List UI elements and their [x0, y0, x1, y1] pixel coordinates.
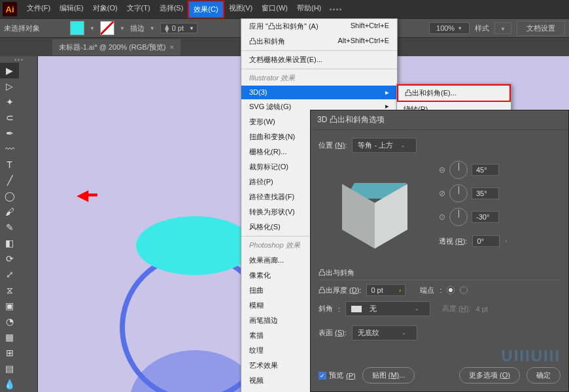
height-label: 高度 (H): — [442, 304, 470, 314]
perspective-tool[interactable]: ▦ — [0, 329, 19, 345]
position-label: 位置 (N): — [319, 140, 347, 150]
rotation-x-dial[interactable] — [449, 161, 468, 179]
menu-item[interactable]: 视图(V) — [224, 1, 258, 18]
style-label: 样式 — [475, 24, 489, 33]
pen-tool[interactable]: ✒ — [0, 125, 19, 141]
menu-section-header: Illustrator 效果 — [241, 71, 397, 86]
panel-grip-icon[interactable] — [0, 56, 37, 63]
surface-dropdown[interactable]: 无底纹⌄ — [352, 325, 417, 340]
shape-builder-tool[interactable]: ◔ — [0, 314, 19, 329]
preview-checkbox[interactable]: ✓预览 (P) — [319, 370, 356, 380]
chevron-down-icon[interactable]: ▼ — [120, 25, 125, 31]
cap-label: 端点 — [420, 286, 434, 295]
eraser-tool[interactable]: ◧ — [0, 235, 19, 251]
menu-item[interactable]: 窗口(W) — [257, 1, 292, 18]
close-icon[interactable]: × — [169, 43, 173, 51]
axis-x-icon: ⊖ — [439, 165, 445, 174]
type-tool[interactable]: T — [0, 157, 19, 172]
scale-tool[interactable]: ⤢ — [0, 267, 19, 282]
grip-icon — [330, 8, 341, 10]
artwork-ellipse[interactable] — [136, 216, 254, 275]
dialog-title: 3D 凸出和斜角选项 — [311, 110, 568, 130]
rotation-x-value[interactable]: 45° — [472, 164, 499, 176]
menu-item[interactable]: 文件(F) — [22, 1, 55, 18]
more-options-button[interactable]: 更多选项 (O) — [459, 367, 520, 384]
stroke-swatch[interactable] — [100, 21, 114, 35]
line-tool[interactable]: ╱ — [0, 172, 19, 188]
zoom-input[interactable]: 100%▼ — [429, 22, 470, 34]
depth-input[interactable]: 0 pt› — [366, 284, 405, 296]
bevel-dropdown[interactable]: 无⌄ — [345, 301, 430, 316]
lasso-tool[interactable]: ⊂ — [0, 110, 19, 125]
shaper-tool[interactable]: ✎ — [0, 220, 19, 235]
magic-wand-tool[interactable]: ✦ — [0, 94, 19, 110]
style-dropdown[interactable]: ▼ — [494, 22, 511, 34]
menu-item[interactable]: 文字(T) — [122, 1, 155, 18]
map-art-button[interactable]: 贴图 (M)... — [362, 367, 415, 384]
tools-panel: ▶ ▷ ✦ ⊂ ✒ 〰 T ╱ ◯ 🖌 ✎ ◧ ⟳ ⤢ ⧖ ▣ ◔ ▦ ⊞ ▤ … — [0, 56, 38, 392]
free-transform-tool[interactable]: ▣ — [0, 298, 19, 314]
rotation-y-dial[interactable] — [449, 184, 468, 203]
ellipse-tool[interactable]: ◯ — [0, 188, 19, 204]
menu-item[interactable]: 帮助(H) — [292, 1, 326, 18]
3d-preview[interactable] — [319, 158, 430, 263]
selection-status: 未选择对象 — [4, 24, 40, 33]
cap-on-radio[interactable] — [447, 286, 455, 294]
app-logo: Ai — [3, 2, 17, 16]
menu-item[interactable]: 对象(O) — [88, 1, 122, 18]
width-tool[interactable]: ⧖ — [0, 282, 19, 298]
rotate-tool[interactable]: ⟳ — [0, 251, 19, 267]
selection-tool[interactable]: ▶ — [0, 63, 19, 78]
3d-extrude-dialog: 3D 凸出和斜角选项 位置 (N): 等角 - 上方⌄ ⊖45° ⊘35° ⊙-… — [310, 110, 569, 392]
paintbrush-tool[interactable]: 🖌 — [0, 204, 19, 220]
bevel-label: 斜角 — [319, 304, 333, 314]
stroke-label: 描边 — [130, 24, 145, 33]
height-value: 4 pt — [475, 305, 487, 313]
watermark: UIIIUIII — [501, 347, 560, 365]
perspective-label: 透视 (R): — [439, 237, 467, 246]
depth-label: 凸出厚度 (D): — [319, 286, 361, 295]
mesh-tool[interactable]: ⊞ — [0, 345, 19, 361]
document-setup-button[interactable]: 文档设置 — [517, 21, 565, 36]
rotation-y-value[interactable]: 35° — [472, 188, 499, 199]
annotation-arrow-icon: ◀━ — [77, 187, 97, 204]
document-tab[interactable]: 未标题-1.ai* @ 200% (RGB/预览) × — [52, 39, 181, 56]
ok-button[interactable]: 确定 — [526, 367, 560, 384]
rotation-z-dial[interactable] — [449, 208, 468, 226]
axis-z-icon: ⊙ — [439, 212, 445, 221]
chevron-down-icon[interactable]: ▼ — [90, 25, 95, 31]
menu-item[interactable]: 效果(C) — [188, 1, 224, 18]
position-dropdown[interactable]: 等角 - 上方⌄ — [352, 138, 417, 153]
rotation-z-value[interactable]: -30° — [472, 211, 499, 223]
menu-item[interactable]: 选择(S) — [155, 1, 188, 18]
eyedropper-tool[interactable]: 💧 — [0, 376, 19, 392]
perspective-input[interactable]: 0° — [472, 235, 500, 247]
menu-item[interactable]: 编辑(E) — [55, 1, 88, 18]
submenu-item-extrude[interactable]: 凸出和斜角(E)... — [397, 84, 511, 102]
tab-title: 未标题-1.ai* @ 200% (RGB/预览) — [59, 42, 165, 52]
curvature-tool[interactable]: 〰 — [0, 141, 19, 157]
menu-item[interactable]: 凸出和斜角Alt+Shift+Ctrl+E — [241, 34, 397, 49]
surface-label: 表面 (S): — [319, 328, 347, 338]
direct-selection-tool[interactable]: ▷ — [0, 78, 19, 94]
menu-item[interactable]: 应用 "凸出和斜角" (A)Shift+Ctrl+E — [241, 19, 397, 34]
gradient-tool[interactable]: ▤ — [0, 361, 19, 376]
extrude-section-header: 凸出与斜角 — [319, 268, 560, 280]
menu-item[interactable]: 3D(3)▸ — [241, 86, 397, 99]
menu-item-doc-grid[interactable]: 文档栅格效果设置(E)... — [241, 52, 397, 67]
axis-y-icon: ⊘ — [439, 189, 445, 198]
stroke-weight-input[interactable]: ▲▼0 pt▼ — [160, 23, 198, 33]
fill-swatch[interactable] — [70, 21, 84, 35]
cap-off-radio[interactable] — [460, 286, 468, 294]
menu-bar: Ai 文件(F)编辑(E)对象(O)文字(T)选择(S)效果(C)视图(V)窗口… — [0, 0, 569, 18]
